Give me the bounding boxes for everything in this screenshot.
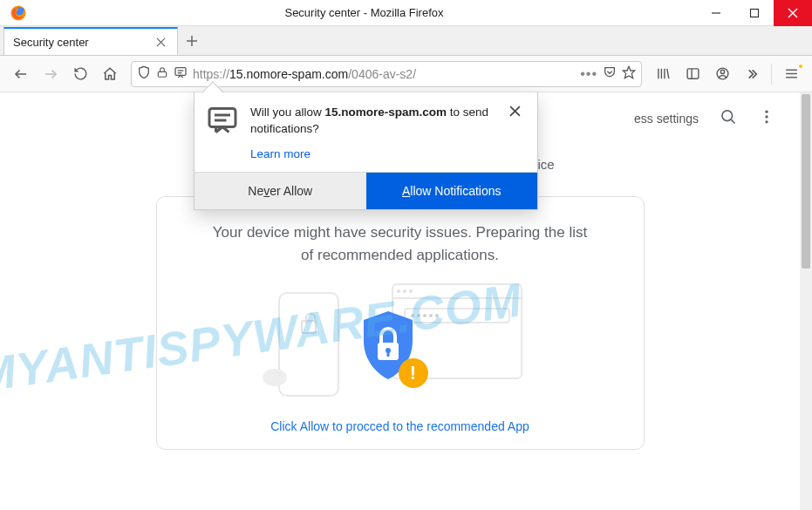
svg-marker-15 [623, 66, 634, 78]
account-icon[interactable] [708, 60, 736, 88]
learn-more-link[interactable]: Learn more [250, 146, 497, 163]
card-action-link[interactable]: Click Allow to procced to the recommende… [270, 419, 529, 433]
tab-close-icon[interactable] [153, 34, 168, 50]
svg-point-23 [720, 70, 724, 73]
card-title: Your device might have security issues. … [208, 221, 592, 266]
close-button[interactable] [774, 0, 812, 26]
reload-button[interactable] [66, 60, 94, 88]
svg-point-31 [765, 120, 768, 123]
scrollbar-thumb[interactable] [802, 94, 810, 269]
svg-rect-34 [386, 351, 389, 357]
svg-rect-12 [175, 67, 186, 75]
svg-rect-35 [209, 109, 235, 127]
toolbar: https://15.nomore-spam.com/0406-av-s2/ •… [0, 56, 812, 92]
warning-icon: ! [399, 358, 428, 388]
menu-button[interactable] [777, 60, 805, 88]
search-icon[interactable] [720, 108, 737, 129]
tabstrip: Security center [0, 26, 812, 56]
security-card: Your device might have security issues. … [156, 196, 645, 450]
svg-point-30 [765, 115, 768, 118]
new-tab-button[interactable] [178, 27, 206, 55]
tracking-protection-icon[interactable] [137, 65, 151, 83]
svg-point-29 [765, 111, 768, 113]
svg-line-19 [666, 69, 668, 78]
svg-line-28 [731, 119, 735, 124]
svg-rect-20 [687, 69, 699, 78]
window-controls [697, 0, 812, 26]
pocket-icon[interactable] [603, 65, 617, 83]
forward-button[interactable] [37, 60, 65, 88]
overflow-icon[interactable] [738, 60, 766, 88]
never-allow-button[interactable]: Never Allow [194, 173, 366, 209]
page-actions-icon[interactable]: ••• [580, 66, 597, 82]
sidebar-icon[interactable] [679, 60, 706, 88]
url-bar[interactable]: https://15.nomore-spam.com/0406-av-s2/ •… [131, 61, 642, 87]
maximize-button[interactable] [735, 0, 774, 26]
tab-title: Security center [13, 36, 153, 49]
content-area: ess settings Settings and recommendation… [0, 92, 812, 510]
more-vert-icon[interactable] [758, 108, 775, 129]
menu-notification-dot [798, 64, 803, 69]
minimize-button[interactable] [697, 0, 735, 26]
notification-popup: Will you allow 15.nomore-spam.com to sen… [194, 92, 538, 210]
page-link-settings[interactable]: ess settings [634, 112, 699, 126]
svg-point-27 [722, 111, 733, 121]
card-illustration: ! [278, 283, 522, 405]
allow-notifications-button[interactable]: Allow Notifications [366, 173, 538, 209]
window-titlebar: Security center - Mozilla Firefox [0, 0, 812, 26]
window-title: Security center - Mozilla Firefox [31, 6, 697, 19]
back-button[interactable] [7, 60, 35, 88]
svg-rect-11 [158, 71, 166, 77]
home-button[interactable] [96, 60, 124, 88]
notification-text: Will you allow 15.nomore-spam.com to sen… [250, 105, 497, 163]
permissions-icon[interactable] [174, 65, 188, 83]
url-text: https://15.nomore-spam.com/0406-av-s2/ [193, 67, 575, 81]
tab-security-center[interactable]: Security center [3, 27, 178, 55]
toolbar-separator [771, 64, 772, 85]
notification-close-icon[interactable] [509, 105, 525, 120]
lock-icon[interactable] [156, 66, 168, 82]
bookmark-star-icon[interactable] [622, 65, 636, 83]
library-icon[interactable] [649, 60, 677, 88]
svg-rect-2 [751, 9, 759, 17]
notification-message-icon [207, 105, 238, 136]
firefox-icon [5, 0, 31, 26]
scrollbar-track[interactable] [800, 92, 812, 510]
